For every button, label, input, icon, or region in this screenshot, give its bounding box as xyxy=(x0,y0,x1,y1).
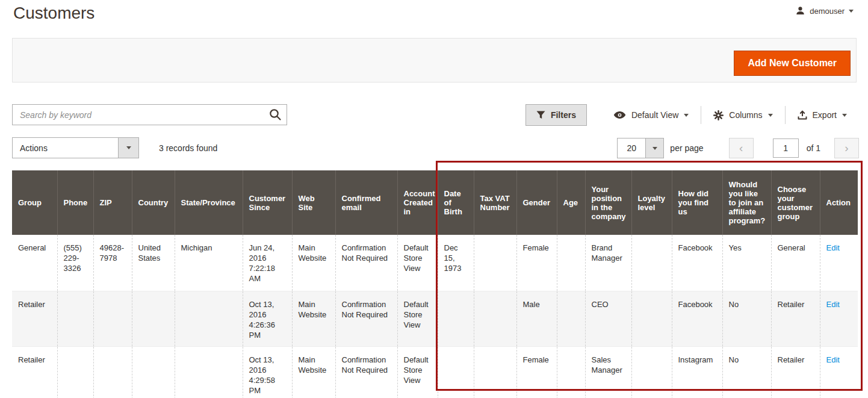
cell-text: Brand Manager xyxy=(592,243,622,263)
column-header[interactable]: Date of Birth xyxy=(438,170,474,235)
columns-control-label: Columns xyxy=(729,110,762,120)
cell: Retailer xyxy=(12,346,57,398)
export-control[interactable]: Export xyxy=(785,106,859,124)
column-header-label: State/Province xyxy=(181,198,235,207)
filters-button-label: Filters xyxy=(551,110,576,120)
search-button[interactable] xyxy=(268,107,282,122)
column-header[interactable]: Your position in the company xyxy=(585,170,631,235)
column-header-label: Age xyxy=(563,198,578,207)
cell: United States xyxy=(132,235,175,291)
add-new-customer-button[interactable]: Add New Customer xyxy=(734,51,851,76)
actions-dropdown-caret[interactable] xyxy=(118,138,138,158)
edit-link[interactable]: Edit xyxy=(826,300,840,309)
column-header[interactable]: Web Site xyxy=(292,170,335,235)
export-control-label: Export xyxy=(813,110,837,120)
cell xyxy=(93,346,132,398)
view-switcher[interactable]: Default View xyxy=(601,106,701,124)
cell xyxy=(631,346,672,398)
current-page-input[interactable] xyxy=(773,138,799,158)
column-header[interactable]: State/Province xyxy=(175,170,243,235)
column-header[interactable]: Country xyxy=(132,170,175,235)
user-name: demouser xyxy=(810,7,845,16)
column-header[interactable]: Whould you like to join an affiliate pro… xyxy=(722,170,771,235)
cell-text: No xyxy=(729,355,739,364)
actions-dropdown-label: Actions xyxy=(13,138,118,158)
cell-text: Main Website xyxy=(299,355,327,375)
cell-text: Confirmation Not Required xyxy=(342,355,388,375)
cell: Confirmation Not Required xyxy=(335,235,397,291)
column-header[interactable]: Action xyxy=(820,170,858,235)
cell: Female xyxy=(516,235,557,291)
cell xyxy=(438,291,474,346)
cell-text: Female xyxy=(523,355,549,364)
page-total-text: of 1 xyxy=(807,143,820,153)
cell: Oct 13, 2016 4:26:36 PM xyxy=(243,291,292,346)
filters-button[interactable]: Filters xyxy=(525,104,587,126)
column-header-label: How did you find us xyxy=(678,189,709,216)
cell: General xyxy=(12,235,57,291)
column-header[interactable]: Phone xyxy=(57,170,93,235)
cell: (555) 229-3326 xyxy=(57,235,93,291)
column-header[interactable]: Customer Since xyxy=(243,170,292,235)
cell xyxy=(57,291,93,346)
cell-text: General xyxy=(778,243,805,252)
customers-page: Customers demouser Add New Customer Filt… xyxy=(0,0,868,398)
next-page-button[interactable]: › xyxy=(834,138,859,158)
column-header[interactable]: Age xyxy=(557,170,585,235)
export-icon xyxy=(798,110,807,120)
cell-text: Default Store View xyxy=(404,243,429,273)
column-header-label: Tax VAT Number xyxy=(480,194,510,212)
cell-text: Male xyxy=(523,300,540,309)
caret-down-icon xyxy=(126,146,131,149)
cell: CEO xyxy=(585,291,631,346)
cell-text: Main Website xyxy=(299,300,327,319)
column-header[interactable]: Loyalty level xyxy=(631,170,672,235)
column-header[interactable]: Choose your customer group xyxy=(771,170,820,235)
table-row: RetailerOct 13, 2016 4:29:58 PMMain Webs… xyxy=(12,346,858,398)
cell: Edit xyxy=(820,291,858,346)
user-menu[interactable]: demouser xyxy=(795,6,854,16)
per-page-value: 20 xyxy=(618,138,645,158)
eye-icon xyxy=(613,111,626,119)
column-header-label: Loyalty level xyxy=(638,194,666,212)
cell: Edit xyxy=(820,235,858,291)
per-page-caret[interactable] xyxy=(645,138,663,158)
grid-header-row: GroupPhoneZIPCountryState/ProvinceCustom… xyxy=(12,170,858,235)
cell: No xyxy=(722,346,771,398)
columns-control[interactable]: Columns xyxy=(701,106,784,124)
search-input[interactable] xyxy=(12,104,287,125)
previous-page-button[interactable]: ‹ xyxy=(729,138,754,158)
cell-text: CEO xyxy=(592,300,609,309)
column-header[interactable]: Group xyxy=(12,170,57,235)
cell xyxy=(474,346,516,398)
column-header[interactable]: Confirmed email xyxy=(335,170,397,235)
page-actions-band: Add New Customer xyxy=(12,38,857,82)
actions-dropdown[interactable]: Actions xyxy=(12,137,139,158)
cell xyxy=(557,235,585,291)
per-page-dropdown[interactable]: 20 xyxy=(617,138,664,158)
cell: Main Website xyxy=(292,346,335,398)
column-header-label: Action xyxy=(826,198,851,207)
column-header[interactable]: Gender xyxy=(516,170,557,235)
column-header[interactable]: How did you find us xyxy=(672,170,722,235)
column-header-label: Account Created in xyxy=(404,189,435,216)
cell-text: Retailer xyxy=(778,355,805,364)
column-header[interactable]: ZIP xyxy=(93,170,132,235)
column-header[interactable]: Tax VAT Number xyxy=(474,170,516,235)
grid-body: General(555) 229-332649628-7978United St… xyxy=(12,235,858,398)
chevron-left-icon: ‹ xyxy=(739,141,743,154)
column-header-label: Your position in the company xyxy=(592,185,626,221)
edit-link[interactable]: Edit xyxy=(826,243,840,252)
gear-icon xyxy=(713,110,724,120)
cell xyxy=(175,291,243,346)
cell-text: Default Store View xyxy=(404,300,429,329)
cell-text: Yes xyxy=(729,243,742,252)
edit-link[interactable]: Edit xyxy=(826,355,840,364)
cell: 49628-7978 xyxy=(93,235,132,291)
column-header-label: Gender xyxy=(523,198,551,207)
cell-text: (555) 229-3326 xyxy=(64,243,82,273)
cell-text: Facebook xyxy=(678,300,713,309)
caret-down-icon xyxy=(849,10,854,13)
column-header[interactable]: Account Created in xyxy=(397,170,438,235)
cell: General xyxy=(771,235,820,291)
